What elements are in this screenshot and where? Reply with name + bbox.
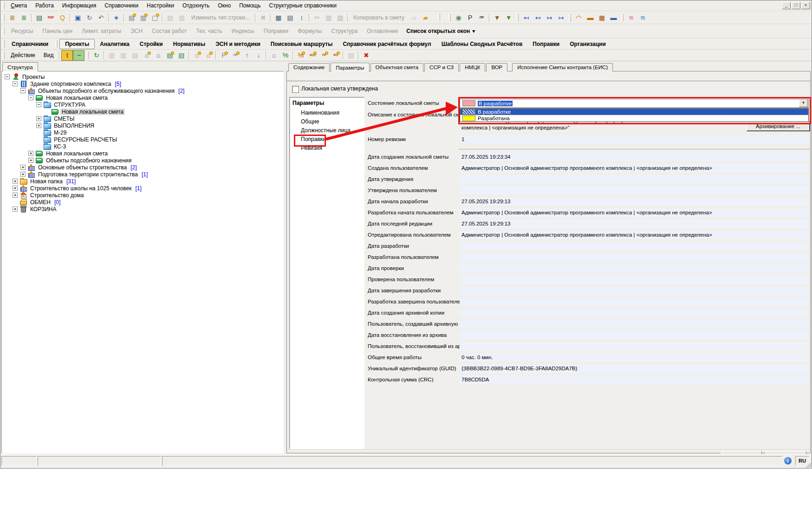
tab-4[interactable]: ССР и СЗ xyxy=(424,63,459,71)
pdf-export-icon[interactable]: PDF xyxy=(45,12,57,23)
panel-toggle-6[interactable]: Тех. часть xyxy=(191,26,227,36)
copy-icon[interactable]: ▥ xyxy=(323,12,334,23)
panel-toggle-8[interactable]: Поправки xyxy=(259,26,293,36)
m29-doc-icon[interactable]: М29 xyxy=(306,50,318,61)
collapse-icon[interactable]: − xyxy=(28,95,33,100)
panel-toggle-11[interactable]: Оглавление xyxy=(362,26,403,36)
info-icon[interactable]: i xyxy=(784,457,792,464)
doc-p-icon[interactable]: P xyxy=(218,50,229,61)
close-button[interactable]: × xyxy=(801,2,810,9)
nav-tab-9[interactable]: Шаблоны Сводных Расчётов xyxy=(436,39,528,49)
new-object-icon[interactable]: ▥ xyxy=(117,50,129,61)
nav-tab-2[interactable]: Проекты xyxy=(59,39,95,49)
nav-tab-5[interactable]: Нормативы xyxy=(168,39,210,49)
insert-section-icon[interactable]: ▤ xyxy=(126,12,137,23)
level-up-all-icon[interactable]: ↤ xyxy=(532,12,544,23)
nav-tab-4[interactable]: Стройки xyxy=(135,39,168,49)
folder-up-icon[interactable]: t xyxy=(61,50,73,61)
move-up-icon[interactable]: ↑ xyxy=(241,50,253,61)
percent-icon[interactable]: % xyxy=(279,50,291,61)
collapse-icon[interactable]: − xyxy=(13,81,18,86)
dropdown-option-1[interactable]: В разработке xyxy=(460,109,808,115)
panel-toggle-2[interactable]: Панель цен xyxy=(38,26,77,36)
panel-toggle-9[interactable]: Формулы xyxy=(293,26,326,36)
expand-icon[interactable]: + xyxy=(13,179,18,184)
delete-row-icon[interactable]: ✖ xyxy=(257,12,269,23)
expand-icon[interactable]: + xyxy=(13,206,18,212)
panel-toggle-10[interactable]: Структура xyxy=(326,26,362,36)
nav-tab-10[interactable]: Поправки xyxy=(527,39,565,49)
doc-pr-icon[interactable]: ПР xyxy=(229,50,241,61)
expand-icon[interactable]: + xyxy=(28,151,33,156)
nav-tab-3[interactable]: Аналитика xyxy=(95,39,135,49)
maximize-button[interactable]: □ xyxy=(792,2,800,9)
params-item-4[interactable]: Поправки xyxy=(299,135,327,143)
menu-item-4[interactable]: Справочники xyxy=(100,1,143,10)
dropdown-option-2[interactable]: Разработана xyxy=(460,115,808,122)
move-building-icon[interactable]: ⌂ xyxy=(152,50,164,61)
expand-icon[interactable]: + xyxy=(36,116,41,121)
add-building-icon[interactable]: ⌂ xyxy=(141,50,152,61)
print-icon[interactable]: ▤ xyxy=(164,12,176,23)
nav-tab-8[interactable]: Справочник расчётных формул xyxy=(338,39,436,49)
menu-item-2[interactable]: Работа xyxy=(31,1,58,10)
menu-view[interactable]: Вид xyxy=(39,51,58,59)
menu-item-8[interactable]: Помощь xyxy=(235,1,265,10)
expand-icon[interactable]: + xyxy=(13,193,18,198)
copy-document-icon[interactable]: ▱ xyxy=(408,12,420,23)
save-icon[interactable]: ▣ xyxy=(72,12,84,23)
materials-icon[interactable]: ▦ xyxy=(596,12,608,23)
paste-icon[interactable]: ▧ xyxy=(334,12,346,23)
lock-position-icon[interactable]: ∗ xyxy=(110,12,122,23)
house-p-icon[interactable]: ⌂ xyxy=(191,50,202,61)
tree-item[interactable]: +Основные объекты строительства[2] xyxy=(20,164,137,171)
new-document-icon[interactable]: ▤ xyxy=(129,50,141,61)
panel-toggle-1[interactable]: Ресурсы xyxy=(6,26,38,36)
tree-item[interactable]: Новая локальная смета xyxy=(44,108,125,115)
tree-item[interactable]: +Строительство школы на 1025 человек[1] xyxy=(13,185,142,192)
calculator-icon[interactable]: ▦ xyxy=(273,12,284,23)
menu-item-9[interactable]: Структурные справочники xyxy=(265,1,341,10)
collapse-icon[interactable]: − xyxy=(5,74,10,79)
tree-item[interactable]: +ВЫПОЛНЕНИЯ xyxy=(36,122,96,129)
move-estimate-icon[interactable]: ▤ xyxy=(175,50,187,61)
expand-icon[interactable]: + xyxy=(13,186,18,191)
insert-comment-icon[interactable]: ▢ xyxy=(149,12,161,23)
fz-doc-icon[interactable]: ФЗ xyxy=(330,50,341,61)
structure-add-icon[interactable]: ≣ xyxy=(18,12,30,23)
repair-object-icon[interactable]: ⌂ xyxy=(268,50,279,61)
resources-catalog-icon[interactable]: ◉ xyxy=(453,12,464,23)
menu-item-6[interactable]: Отдохнуть xyxy=(178,1,214,10)
structure-list-icon[interactable]: ≣ xyxy=(6,12,18,23)
tree-item[interactable]: +Строительство дома xyxy=(13,192,85,199)
close-tab-icon[interactable]: ✖ xyxy=(360,50,372,61)
level-up-icon[interactable]: ↤ xyxy=(520,12,532,23)
tree-item[interactable]: +Объекты подсобного назначения xyxy=(28,157,133,164)
tab-5[interactable]: НМЦК xyxy=(460,63,485,71)
tab-3[interactable]: Объектная смета xyxy=(370,63,424,71)
row-template-clear-icon[interactable]: ▼ xyxy=(503,12,514,23)
tree-item[interactable]: КС-3 xyxy=(36,143,67,150)
menu-item-1[interactable]: Смета xyxy=(6,1,31,10)
open-windows-list-button[interactable]: Список открытых окон▾ xyxy=(403,26,479,36)
expand-icon[interactable]: + xyxy=(36,123,41,128)
tree-item[interactable]: −Новая локальная смета xyxy=(28,94,109,101)
tree-item[interactable]: М-29 xyxy=(36,129,68,136)
tree-item[interactable]: +СМЕТЫ xyxy=(36,115,76,122)
percent-doc-icon[interactable]: % xyxy=(295,50,306,61)
tab-2[interactable]: Параметры xyxy=(331,63,369,72)
collapse-all-icon[interactable]: − xyxy=(73,50,84,61)
paste-buffer-icon[interactable]: ▰ xyxy=(420,12,431,23)
nav-tab-1[interactable]: Справочники xyxy=(6,39,53,49)
refresh-tree-icon[interactable]: ↻ xyxy=(91,50,102,61)
resource-analysis-icon[interactable]: ◠ xyxy=(573,12,585,23)
search-icon[interactable]: Q xyxy=(57,12,68,23)
level-down-icon[interactable]: ↦ xyxy=(544,12,555,23)
resize-grip[interactable] xyxy=(805,462,811,468)
panel-toggle-3[interactable]: Лимит. затраты xyxy=(77,26,126,36)
tree-item[interactable]: −Здание спортивного комплекса[5] xyxy=(13,80,121,87)
level-down-all-icon[interactable]: ↦ xyxy=(555,12,567,23)
tree-item[interactable]: +Подготовка территории строительства[1] xyxy=(20,171,148,178)
params-item-1[interactable]: Наименования xyxy=(299,109,341,116)
tab-6[interactable]: ВОР xyxy=(486,63,507,71)
